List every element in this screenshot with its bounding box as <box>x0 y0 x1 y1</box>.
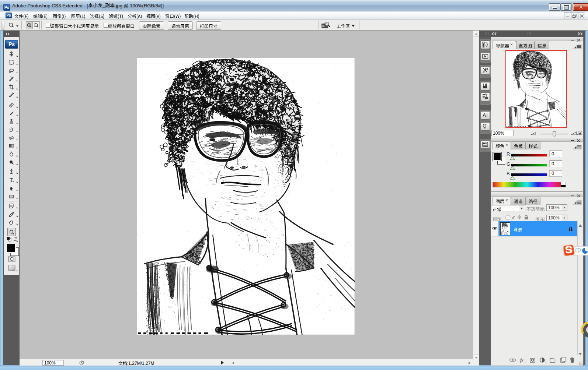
svg-text:T: T <box>10 177 13 183</box>
svg-text:Br: Br <box>322 25 325 28</box>
svg-text:fx: fx <box>520 357 523 363</box>
svg-text:A: A <box>483 112 486 118</box>
